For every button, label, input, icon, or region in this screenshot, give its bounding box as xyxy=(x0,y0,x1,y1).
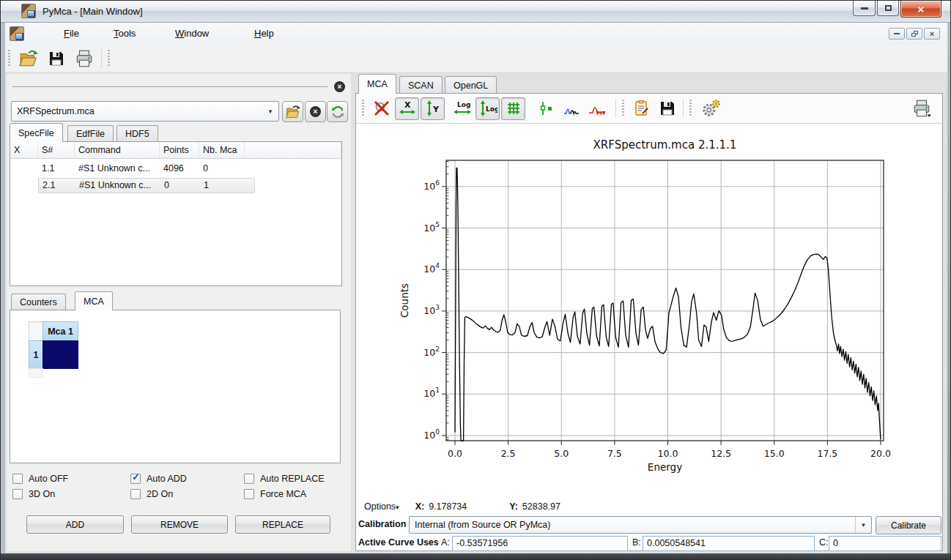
checkbox-auto-add[interactable]: ✓Auto ADD xyxy=(130,474,187,484)
tab-mca[interactable]: MCA xyxy=(358,74,396,94)
plot-toolbar-separator-2 xyxy=(683,99,684,118)
open-file-button[interactable] xyxy=(16,48,41,70)
plot-toolbar-grip-2[interactable] xyxy=(622,100,624,117)
checkbox-icon: ✓ xyxy=(12,474,23,484)
menu-window[interactable]: Window xyxy=(168,26,216,41)
crosshair-marker-button[interactable] xyxy=(533,97,558,120)
checkbox-auto-replace[interactable]: ✓Auto REPLACE xyxy=(244,474,325,484)
copy-to-clipboard-button[interactable] xyxy=(629,97,654,120)
fit-button[interactable]: FIT xyxy=(585,97,609,120)
minimize-button[interactable] xyxy=(853,1,876,16)
menu-help[interactable]: Help xyxy=(247,26,281,41)
mca-column-header[interactable]: Mca 1 xyxy=(42,321,78,341)
tab-hdf5[interactable]: HDF5 xyxy=(116,125,158,142)
checkbox-force-mca[interactable]: ✓Force MCA xyxy=(244,489,306,499)
source-file-value: XRFSpectrum.mca xyxy=(17,106,95,116)
tab-specfile[interactable]: SpecFile xyxy=(10,123,63,142)
plot-save-button[interactable] xyxy=(655,97,679,120)
plot-print-button[interactable] xyxy=(909,97,933,120)
x-log-button[interactable]: Log xyxy=(450,97,474,120)
svg-text:FIT: FIT xyxy=(596,111,605,116)
mdi-restore-button[interactable] xyxy=(906,28,922,40)
mdi-minimize-button[interactable] xyxy=(889,28,905,40)
plot-toolbar-separator xyxy=(615,99,616,118)
scan-row-2-selected[interactable]: 2.1 #S1 Unknown c... 0 1 xyxy=(10,178,341,194)
menu-bar xyxy=(5,23,947,45)
grid-button[interactable] xyxy=(501,97,525,120)
source-close-button[interactable]: × xyxy=(305,101,326,122)
maximize-button[interactable] xyxy=(877,1,899,16)
source-refresh-button[interactable] xyxy=(327,101,348,122)
column-header-points[interactable]: Points xyxy=(160,142,199,158)
main-toolbar xyxy=(5,45,947,72)
svg-text:XRFSpectrum.mca 2.1.1.1: XRFSpectrum.mca 2.1.1.1 xyxy=(593,138,737,152)
mca-row-header[interactable]: 1 xyxy=(29,340,43,369)
column-header-nbmca[interactable]: Nb. Mca xyxy=(199,142,245,158)
tab-edffile[interactable]: EdfFile xyxy=(67,125,114,142)
mca-selected-cell[interactable] xyxy=(42,340,78,369)
source-file-combobox[interactable]: XRFSpectrum.mca ▼ xyxy=(11,101,279,122)
window-border-left xyxy=(1,23,5,553)
toolbar-grip-2[interactable] xyxy=(108,50,110,67)
tab-opengl[interactable]: OpenGL xyxy=(445,76,497,94)
options-button[interactable]: Options▾ xyxy=(364,501,399,512)
column-header-x[interactable]: X xyxy=(10,142,38,158)
x-autoscale-icon: X xyxy=(399,100,416,117)
remove-button[interactable]: REMOVE xyxy=(131,515,228,534)
tab-scan[interactable]: SCAN xyxy=(399,76,443,94)
preferences-button[interactable] xyxy=(697,97,726,120)
cursor-x-label: X: xyxy=(415,501,425,512)
dock-handle[interactable] xyxy=(12,86,328,87)
spectrum-plot-canvas[interactable]: 0.02.55.07.510.012.515.017.520.010010110… xyxy=(356,124,942,496)
checkbox-2d-on[interactable]: ✓2D On xyxy=(130,489,173,499)
close-button[interactable]: × xyxy=(900,1,941,18)
tab-counters[interactable]: Counters xyxy=(11,294,66,310)
y-autoscale-button[interactable]: Y xyxy=(421,97,445,120)
peak-search-button[interactable] xyxy=(559,97,583,120)
coef-b-field[interactable]: 0.0050548541 xyxy=(643,536,815,551)
add-button[interactable]: ADD xyxy=(26,515,124,534)
coef-a-field[interactable]: -0.53571956 xyxy=(452,536,628,551)
peak-search-icon xyxy=(563,100,580,117)
spectrum-plot[interactable]: 0.02.55.07.510.012.515.017.520.010010110… xyxy=(356,124,942,496)
window-border-bottom xyxy=(1,553,951,560)
printer-icon xyxy=(911,99,932,118)
zoom-reset-button[interactable] xyxy=(369,97,393,120)
plot-toolbar-grip-3[interactable] xyxy=(689,100,692,117)
calibrate-button[interactable]: Calibrate xyxy=(876,516,941,534)
print-button[interactable] xyxy=(72,48,97,70)
cursor-y-label: Y: xyxy=(509,501,518,512)
dock-close-button[interactable]: × xyxy=(334,81,345,92)
mdi-close-button[interactable]: × xyxy=(924,28,940,40)
y-log-button[interactable]: Log xyxy=(476,97,500,120)
column-header-scan[interactable]: S# xyxy=(38,142,75,158)
calibration-combobox[interactable]: Internal (from Source OR PyMca) ▼ xyxy=(409,516,872,534)
coef-b-label: B: xyxy=(632,537,641,548)
plot-toolbar-grip[interactable] xyxy=(362,100,364,117)
gear-icon xyxy=(700,98,722,119)
tab-mca-selector[interactable]: MCA xyxy=(75,291,113,310)
svg-text:105: 105 xyxy=(423,221,440,234)
menu-file[interactable]: File xyxy=(56,26,86,41)
scan-row-1[interactable]: 1.1 #S1 Unknown c... 4096 0 xyxy=(10,160,341,176)
cursor-x-value: 9.178734 xyxy=(429,501,467,512)
checkbox-auto-off[interactable]: ✓Auto OFF xyxy=(12,474,68,484)
save-button[interactable] xyxy=(44,48,69,70)
source-open-button[interactable] xyxy=(282,101,303,122)
refresh-icon xyxy=(330,105,345,119)
column-header-command[interactable]: Command xyxy=(75,142,160,158)
x-autoscale-button[interactable]: X xyxy=(395,97,419,120)
x-log-icon: Log xyxy=(453,100,472,117)
close-icon: × xyxy=(918,3,925,15)
checkbox-3d-on[interactable]: ✓3D On xyxy=(12,489,55,499)
title-bar: PyMca - [Main Window] × xyxy=(1,1,951,23)
replace-button[interactable]: REPLACE xyxy=(235,515,330,534)
zoom-reset-icon xyxy=(373,100,391,117)
coef-c-field[interactable]: 0 xyxy=(829,536,941,551)
svg-text:104: 104 xyxy=(423,262,440,275)
child-window-icon[interactable] xyxy=(10,26,24,41)
active-curve-label: Active Curve Uses xyxy=(358,537,439,548)
mdi-restore-icon xyxy=(911,31,918,37)
toolbar-grip[interactable] xyxy=(8,50,10,67)
menu-tools[interactable]: Tools xyxy=(106,26,143,41)
